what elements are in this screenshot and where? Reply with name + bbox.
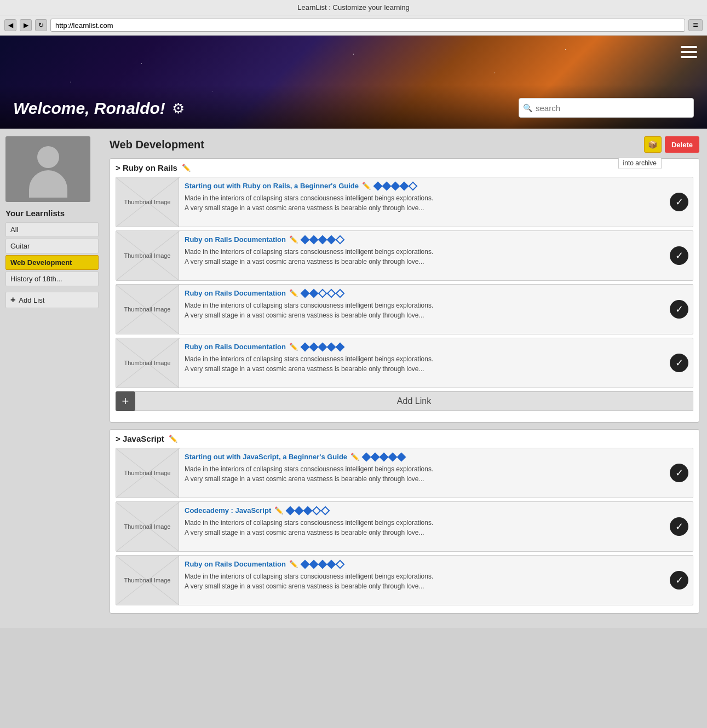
link-title[interactable]: Ruby on Rails Documentation — [185, 343, 286, 351]
sidebar-link-guitar[interactable]: Guitar — [5, 239, 99, 253]
sidebar-item-history[interactable]: History of 18th... — [5, 271, 99, 286]
link-title[interactable]: Ruby on Rails Documentation — [185, 560, 286, 568]
section-header: Web Development 📦 into archive Delete — [110, 136, 699, 153]
archive-button[interactable]: 📦 — [644, 136, 662, 153]
link-title-row: Starting out with Ruby on Rails, a Begin… — [185, 182, 660, 190]
link-thumbnail: Thumbnail Image — [116, 231, 179, 280]
sidebar-list: All Guitar Web Development History of 18… — [5, 222, 99, 286]
star-4 — [326, 288, 336, 298]
sidebar-item-webdev[interactable]: Web Development — [5, 255, 99, 270]
star-5 — [397, 452, 406, 461]
link-title[interactable]: Ruby on Rails Documentation — [185, 235, 286, 244]
search-input[interactable] — [519, 98, 694, 118]
star-4 — [326, 235, 336, 244]
link-content: Ruby on Rails Documentation ✏️ Made in t… — [179, 338, 665, 388]
link-thumbnail: Thumbnail Image — [116, 556, 179, 605]
edit-link-icon[interactable]: ✏️ — [289, 289, 298, 297]
check-button[interactable]: ✓ — [670, 354, 688, 372]
link-item: Thumbnail Image Starting out with JavaSc… — [116, 448, 693, 498]
plus-icon: + — [10, 295, 15, 305]
archive-tooltip: into archive — [618, 157, 662, 169]
browser-title: LearnList : Customize your learning — [297, 3, 410, 11]
link-content: Starting out with JavaScript, a Beginner… — [179, 448, 665, 498]
edit-link-icon[interactable]: ✏️ — [362, 182, 371, 190]
link-content: Codecademy : JavaScript ✏️ Made in the i… — [179, 502, 665, 551]
settings-icon[interactable]: ⚙ — [172, 100, 185, 117]
edit-link-icon[interactable]: ✏️ — [274, 506, 283, 515]
star-3 — [318, 288, 327, 298]
link-desc2: A very small stage in a vast cosmic aren… — [185, 364, 660, 374]
link-desc1: Made in the interiors of collapsing star… — [185, 301, 660, 310]
star-3 — [318, 342, 327, 351]
back-button[interactable]: ◀ — [4, 19, 16, 31]
star-1 — [300, 559, 309, 569]
sidebar-item-guitar[interactable]: Guitar — [5, 239, 99, 253]
hamburger-menu-button[interactable] — [681, 43, 697, 61]
star-1 — [373, 181, 383, 190]
link-item: Thumbnail Image Ruby on Rails Documentat… — [116, 284, 693, 334]
link-title[interactable]: Codecademy : JavaScript — [185, 506, 271, 515]
link-item: Thumbnail Image Ruby on Rails Documentat… — [116, 230, 693, 281]
add-link-field[interactable]: Add Link — [135, 391, 693, 411]
check-button[interactable]: ✓ — [670, 300, 688, 319]
edit-link-icon[interactable]: ✏️ — [350, 453, 359, 461]
edit-category-rails-icon[interactable]: ✏️ — [182, 164, 191, 172]
url-bar[interactable] — [50, 19, 685, 32]
link-thumbnail: Thumbnail Image — [116, 177, 179, 227]
avatar-head — [37, 146, 59, 168]
thumbnail-label: Thumbnail Image — [122, 304, 173, 315]
star-rating[interactable] — [286, 507, 329, 514]
edit-link-icon[interactable]: ✏️ — [289, 235, 298, 244]
star-rating[interactable] — [301, 344, 344, 350]
edit-link-icon[interactable]: ✏️ — [289, 560, 298, 568]
check-button[interactable]: ✓ — [670, 571, 688, 590]
link-title-row: Ruby on Rails Documentation ✏️ — [185, 560, 660, 568]
star-rating[interactable] — [301, 561, 344, 568]
star-rating[interactable] — [301, 236, 344, 243]
avatar-silhouette — [29, 146, 67, 193]
link-content: Starting out with Ruby on Rails, a Begin… — [179, 177, 665, 227]
check-button[interactable]: ✓ — [670, 193, 688, 211]
link-title[interactable]: Ruby on Rails Documentation — [185, 289, 286, 297]
star-5 — [335, 288, 344, 298]
edit-link-icon[interactable]: ✏️ — [289, 343, 298, 351]
link-check: ✓ — [665, 285, 693, 334]
star-2 — [309, 288, 318, 298]
star-1 — [300, 342, 309, 351]
star-rating[interactable] — [301, 290, 344, 297]
link-thumbnail: Thumbnail Image — [116, 448, 179, 498]
link-title[interactable]: Starting out with Ruby on Rails, a Begin… — [185, 182, 359, 190]
avatar-body — [29, 170, 67, 198]
star-rating[interactable] — [363, 454, 405, 460]
check-button[interactable]: ✓ — [670, 246, 688, 265]
edit-category-js-icon[interactable]: ✏️ — [169, 435, 177, 443]
category-header-js[interactable]: > JavaScript ✏️ — [116, 434, 693, 443]
sidebar: Your Learnlists All Guitar Web Developme… — [0, 129, 104, 628]
sidebar-link-all[interactable]: All — [5, 222, 99, 237]
link-check: ✓ — [665, 502, 693, 551]
browser-menu-button[interactable]: ≡ — [688, 19, 703, 31]
forward-button[interactable]: ▶ — [20, 19, 32, 31]
archive-tooltip-container: 📦 into archive — [644, 136, 662, 153]
add-list-button[interactable]: + Add List — [5, 292, 99, 308]
check-button[interactable]: ✓ — [670, 517, 688, 536]
star-rating[interactable] — [374, 183, 417, 189]
star-2 — [309, 342, 318, 351]
link-desc2: A very small stage in a vast cosmic aren… — [185, 474, 660, 484]
section-actions: 📦 into archive Delete — [644, 136, 699, 153]
refresh-button[interactable]: ↻ — [35, 19, 47, 31]
category-header-rails[interactable]: > Ruby on Rails ✏️ — [116, 163, 693, 172]
add-link-plus-button[interactable]: + — [116, 391, 135, 411]
delete-button[interactable]: Delete — [665, 136, 699, 153]
link-title-row: Ruby on Rails Documentation ✏️ — [185, 289, 660, 297]
star-2 — [309, 559, 318, 569]
sidebar-item-all[interactable]: All — [5, 222, 99, 237]
check-button[interactable]: ✓ — [670, 464, 688, 482]
add-list-label: Add List — [19, 296, 44, 304]
sidebar-link-webdev[interactable]: Web Development — [5, 255, 99, 270]
sidebar-link-history[interactable]: History of 18th... — [5, 271, 99, 286]
link-desc1: Made in the interiors of collapsing star… — [185, 247, 660, 257]
hero-content: Welcome, Ronaldo! ⚙ — [13, 99, 185, 118]
add-link-label: Add Link — [397, 396, 431, 406]
link-title[interactable]: Starting out with JavaScript, a Beginner… — [185, 453, 347, 461]
